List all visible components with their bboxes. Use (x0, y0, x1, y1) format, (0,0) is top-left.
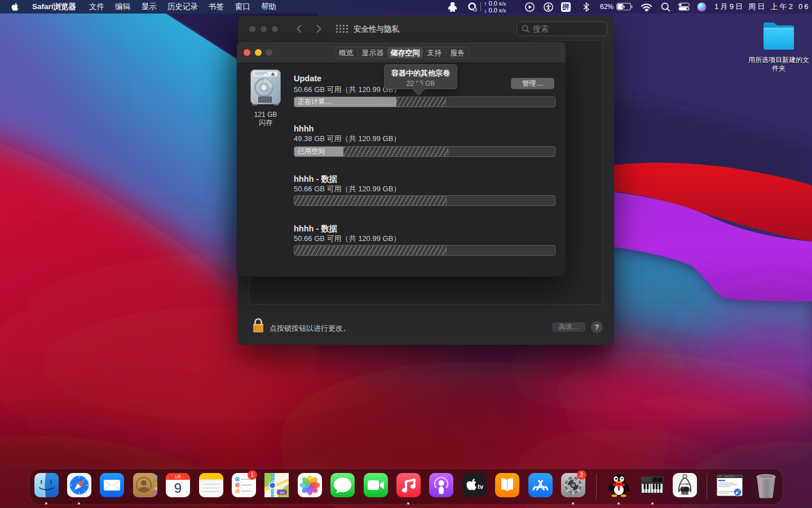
svg-text:1月: 1月 (175, 474, 182, 479)
svg-text:9: 9 (174, 480, 182, 496)
svg-text:tv: tv (478, 483, 484, 490)
svg-text:280: 280 (280, 491, 285, 494)
